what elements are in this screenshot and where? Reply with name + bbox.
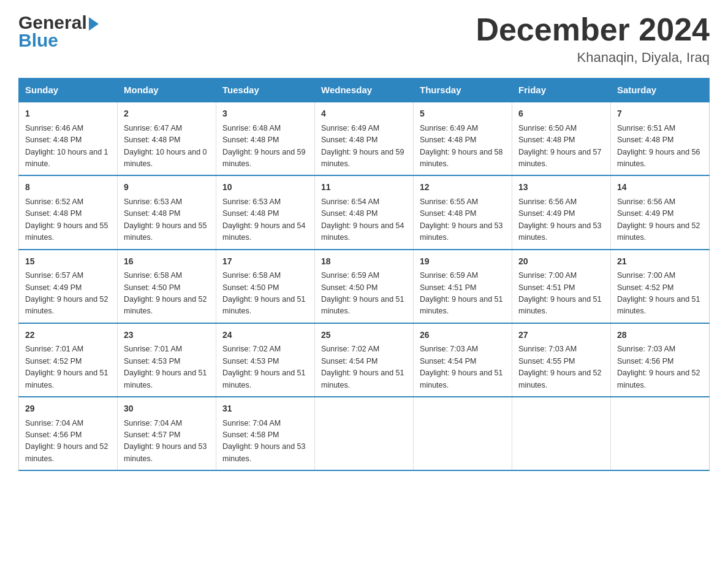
sunset-label: Sunset: 4:48 PM <box>518 136 575 144</box>
day-number: 16 <box>124 255 210 269</box>
table-row: 20 Sunrise: 7:00 AM Sunset: 4:51 PM Dayl… <box>512 250 611 323</box>
day-number: 5 <box>420 107 506 121</box>
table-row: 3 Sunrise: 6:48 AM Sunset: 4:48 PM Dayli… <box>216 102 315 175</box>
sunrise-label: Sunrise: 6:47 AM <box>124 124 182 132</box>
daylight-label: Daylight: 9 hours and 51 minutes. <box>321 369 404 389</box>
sunrise-label: Sunrise: 7:00 AM <box>518 271 577 280</box>
day-number: 17 <box>222 255 308 269</box>
sunrise-label: Sunrise: 7:03 AM <box>617 345 675 353</box>
logo: General Blue <box>18 12 99 50</box>
table-row: 17 Sunrise: 6:58 AM Sunset: 4:50 PM Dayl… <box>216 250 315 323</box>
day-number: 8 <box>25 181 111 194</box>
sunset-label: Sunset: 4:54 PM <box>321 357 377 366</box>
daylight-label: Daylight: 9 hours and 52 minutes. <box>617 369 700 389</box>
sunset-label: Sunset: 4:48 PM <box>420 136 476 144</box>
sunrise-label: Sunrise: 6:49 AM <box>420 124 478 132</box>
sunset-label: Sunset: 4:48 PM <box>222 209 279 218</box>
table-row: 15 Sunrise: 6:57 AM Sunset: 4:49 PM Dayl… <box>19 250 118 323</box>
sunrise-label: Sunrise: 7:04 AM <box>25 419 83 427</box>
sunrise-label: Sunrise: 6:53 AM <box>222 197 281 206</box>
sunrise-label: Sunrise: 6:57 AM <box>25 271 83 280</box>
day-number: 14 <box>617 181 703 194</box>
daylight-label: Daylight: 10 hours and 0 minutes. <box>124 148 207 168</box>
table-row: 29 Sunrise: 7:04 AM Sunset: 4:56 PM Dayl… <box>19 397 118 470</box>
page-header: General Blue December 2024 Khanaqin, Diy… <box>18 12 710 66</box>
daylight-label: Daylight: 9 hours and 52 minutes. <box>518 369 602 389</box>
logo-blue-text: Blue <box>18 30 58 50</box>
calendar-week-row: 29 Sunrise: 7:04 AM Sunset: 4:56 PM Dayl… <box>19 397 710 470</box>
sunset-label: Sunset: 4:56 PM <box>617 357 673 366</box>
day-number: 26 <box>420 329 506 342</box>
day-number: 24 <box>222 329 308 342</box>
daylight-label: Daylight: 9 hours and 51 minutes. <box>518 295 602 315</box>
day-number: 23 <box>124 329 210 342</box>
table-row: 7 Sunrise: 6:51 AM Sunset: 4:48 PM Dayli… <box>611 102 710 175</box>
table-row: 14 Sunrise: 6:56 AM Sunset: 4:49 PM Dayl… <box>611 175 710 249</box>
table-row: 22 Sunrise: 7:01 AM Sunset: 4:52 PM Dayl… <box>19 323 118 397</box>
table-row <box>315 397 414 470</box>
sunset-label: Sunset: 4:50 PM <box>124 283 180 292</box>
sunrise-label: Sunrise: 6:54 AM <box>321 197 379 206</box>
calendar-week-row: 15 Sunrise: 6:57 AM Sunset: 4:49 PM Dayl… <box>19 250 710 323</box>
day-number: 12 <box>420 181 506 194</box>
sunset-label: Sunset: 4:48 PM <box>321 209 377 218</box>
sunrise-label: Sunrise: 7:01 AM <box>25 345 83 353</box>
sunset-label: Sunset: 4:48 PM <box>25 209 82 218</box>
day-number: 28 <box>617 329 703 342</box>
sunrise-label: Sunrise: 6:56 AM <box>518 197 577 206</box>
table-row: 18 Sunrise: 6:59 AM Sunset: 4:50 PM Dayl… <box>315 250 414 323</box>
sunset-label: Sunset: 4:53 PM <box>124 357 180 366</box>
day-number: 20 <box>518 255 604 269</box>
day-number: 21 <box>617 255 703 269</box>
logo-triangle-icon <box>89 17 99 31</box>
daylight-label: Daylight: 9 hours and 54 minutes. <box>222 221 306 242</box>
sunset-label: Sunset: 4:48 PM <box>124 209 180 218</box>
table-row <box>414 397 512 470</box>
day-number: 4 <box>321 107 407 121</box>
table-row: 26 Sunrise: 7:03 AM Sunset: 4:54 PM Dayl… <box>414 323 512 397</box>
day-number: 1 <box>25 107 111 121</box>
day-number: 2 <box>124 107 210 121</box>
col-saturday: Saturday <box>611 79 710 102</box>
day-number: 18 <box>321 255 407 269</box>
sunset-label: Sunset: 4:48 PM <box>222 136 279 144</box>
month-title: December 2024 <box>476 12 710 47</box>
daylight-label: Daylight: 9 hours and 53 minutes. <box>124 442 207 462</box>
sunset-label: Sunset: 4:50 PM <box>321 283 377 292</box>
daylight-label: Daylight: 9 hours and 55 minutes. <box>124 221 207 242</box>
sunrise-label: Sunrise: 7:04 AM <box>222 419 281 427</box>
table-row: 19 Sunrise: 6:59 AM Sunset: 4:51 PM Dayl… <box>414 250 512 323</box>
daylight-label: Daylight: 9 hours and 53 minutes. <box>518 221 602 242</box>
sunrise-label: Sunrise: 6:52 AM <box>25 197 83 206</box>
table-row: 6 Sunrise: 6:50 AM Sunset: 4:48 PM Dayli… <box>512 102 611 175</box>
col-friday: Friday <box>512 79 611 102</box>
sunrise-label: Sunrise: 7:04 AM <box>124 419 182 427</box>
sunrise-label: Sunrise: 6:51 AM <box>617 124 675 132</box>
daylight-label: Daylight: 9 hours and 51 minutes. <box>124 369 207 389</box>
daylight-label: Daylight: 9 hours and 51 minutes. <box>420 295 503 315</box>
daylight-label: Daylight: 9 hours and 51 minutes. <box>222 295 306 315</box>
sunset-label: Sunset: 4:53 PM <box>222 357 279 366</box>
sunset-label: Sunset: 4:51 PM <box>420 283 476 292</box>
day-number: 27 <box>518 329 604 342</box>
day-number: 3 <box>222 107 308 121</box>
day-number: 25 <box>321 329 407 342</box>
sunrise-label: Sunrise: 6:55 AM <box>420 197 478 206</box>
calendar-header-row: Sunday Monday Tuesday Wednesday Thursday… <box>19 79 710 102</box>
daylight-label: Daylight: 9 hours and 59 minutes. <box>222 148 306 168</box>
table-row: 23 Sunrise: 7:01 AM Sunset: 4:53 PM Dayl… <box>118 323 216 397</box>
sunrise-label: Sunrise: 6:46 AM <box>25 124 83 132</box>
day-number: 29 <box>25 402 111 416</box>
sunset-label: Sunset: 4:55 PM <box>518 357 575 366</box>
sunrise-label: Sunrise: 6:58 AM <box>124 271 182 280</box>
col-tuesday: Tuesday <box>216 79 315 102</box>
daylight-label: Daylight: 9 hours and 51 minutes. <box>25 369 108 389</box>
sunset-label: Sunset: 4:52 PM <box>617 283 673 292</box>
table-row <box>512 397 611 470</box>
location-title: Khanaqin, Diyala, Iraq <box>476 50 710 66</box>
table-row: 1 Sunrise: 6:46 AM Sunset: 4:48 PM Dayli… <box>19 102 118 175</box>
sunset-label: Sunset: 4:49 PM <box>518 209 575 218</box>
day-number: 19 <box>420 255 506 269</box>
day-number: 11 <box>321 181 407 194</box>
table-row: 24 Sunrise: 7:02 AM Sunset: 4:53 PM Dayl… <box>216 323 315 397</box>
